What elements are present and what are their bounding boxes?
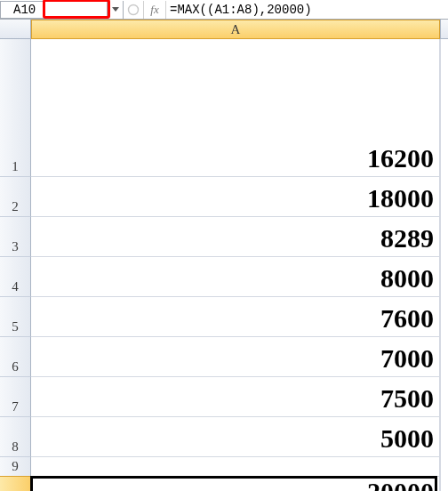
formula-text: =MAX((A1:A8),20000) bbox=[170, 3, 312, 17]
cell-value: 16200 bbox=[367, 143, 434, 173]
cell-value: 7500 bbox=[380, 383, 434, 414]
cell-A8[interactable]: 5000 bbox=[31, 417, 440, 457]
svg-point-0 bbox=[129, 4, 139, 14]
chevron-down-icon bbox=[112, 7, 119, 12]
row-header-label: 5 bbox=[12, 319, 19, 334]
row-header-6[interactable]: 6 bbox=[0, 337, 31, 377]
row-header-label: 7 bbox=[12, 399, 19, 415]
cell-value: 8000 bbox=[380, 263, 434, 294]
name-box[interactable]: A10 bbox=[0, 1, 108, 19]
cell-A9[interactable] bbox=[31, 457, 440, 477]
row-header-label: 1 bbox=[12, 159, 19, 174]
cell-value: 18000 bbox=[367, 183, 434, 213]
formula-input[interactable]: =MAX((A1:A8),20000) bbox=[166, 1, 448, 19]
cancel-icon bbox=[127, 4, 140, 16]
row-header-label: 3 bbox=[12, 239, 19, 254]
row-header-label: 4 bbox=[12, 279, 19, 294]
row-header-8[interactable]: 8 bbox=[0, 417, 31, 457]
cell-value: 5000 bbox=[380, 423, 434, 454]
name-box-dropdown[interactable] bbox=[108, 1, 124, 19]
cells-stub bbox=[440, 39, 448, 491]
select-all-corner[interactable] bbox=[0, 20, 31, 39]
row-header-label: 6 bbox=[12, 359, 19, 374]
cell-A10[interactable]: 20000 bbox=[31, 477, 440, 491]
column-header-stub bbox=[440, 20, 448, 39]
row-header-label: 2 bbox=[12, 199, 19, 214]
row-headers: 12345678910 bbox=[0, 39, 31, 491]
cell-value: 20000 bbox=[367, 477, 434, 491]
cell-A6[interactable]: 7000 bbox=[31, 337, 440, 377]
cell-value: 7000 bbox=[380, 343, 434, 374]
fx-label[interactable]: fx bbox=[143, 1, 166, 19]
row-header-2[interactable]: 2 bbox=[0, 177, 31, 217]
cell-A2[interactable]: 18000 bbox=[31, 177, 440, 217]
cell-A5[interactable]: 7600 bbox=[31, 297, 440, 337]
fx-text: fx bbox=[150, 3, 158, 17]
cell-A4[interactable]: 8000 bbox=[31, 257, 440, 297]
cell-A1[interactable]: 16200 bbox=[31, 39, 440, 177]
row-header-3[interactable]: 3 bbox=[0, 217, 31, 257]
row-header-9[interactable]: 9 bbox=[0, 457, 31, 477]
row-header-7[interactable]: 7 bbox=[0, 377, 31, 417]
cell-A3[interactable]: 8289 bbox=[31, 217, 440, 257]
column-header-A[interactable]: A bbox=[31, 20, 440, 39]
formula-bar: A10 fx =MAX((A1:A8),20000) bbox=[0, 0, 448, 20]
cells-area: 162001800082898000760070007500500020000 bbox=[31, 39, 440, 491]
row-header-5[interactable]: 5 bbox=[0, 297, 31, 337]
cell-value: 7600 bbox=[380, 303, 434, 334]
column-header-label: A bbox=[231, 22, 241, 37]
name-box-value: A10 bbox=[13, 3, 36, 17]
row-header-10[interactable]: 10 bbox=[0, 476, 31, 491]
row-header-label: 8 bbox=[12, 439, 19, 455]
cell-A7[interactable]: 7500 bbox=[31, 377, 440, 417]
row-header-label: 9 bbox=[12, 459, 19, 474]
row-header-1[interactable]: 1 bbox=[0, 39, 31, 177]
cell-value: 8289 bbox=[380, 223, 434, 254]
row-header-4[interactable]: 4 bbox=[0, 257, 31, 297]
cancel-formula-button[interactable] bbox=[124, 1, 143, 19]
